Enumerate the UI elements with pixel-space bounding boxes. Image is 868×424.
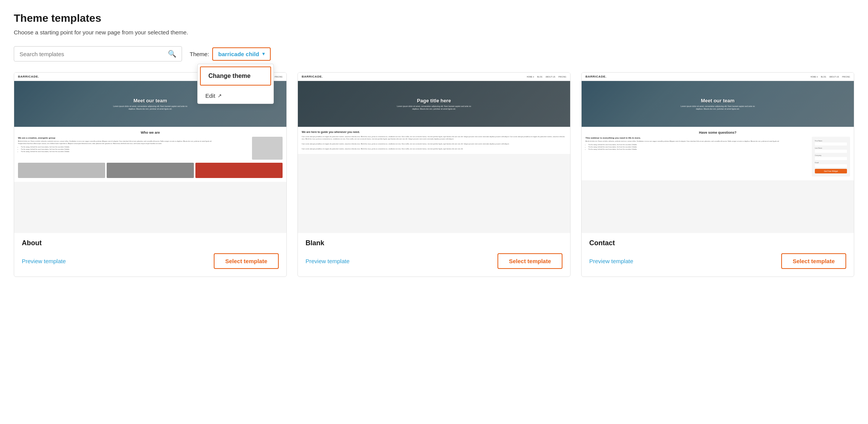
mini-blank-body: Cum sociis natoque penatibus et magnis d… [302, 136, 566, 150]
mini-contact-bullets: Far far away, behind the word mountains,… [585, 144, 809, 150]
template-actions-blank: Preview template Select template [298, 253, 570, 277]
template-name-blank: Blank [306, 239, 562, 247]
template-preview-contact: BARRICADE. HOME ▾BLOGABOUT USPRICING Mee… [582, 73, 854, 233]
mini-brand: BARRICADE. [18, 75, 39, 78]
mini-bullets: Far far away, behind the word mountains,… [18, 146, 249, 152]
mini-form-label-firstname: First Name [815, 140, 847, 142]
mini-text-block: We are a creative, energetic group Morbi… [18, 137, 249, 160]
select-template-contact-button[interactable]: Select template [781, 253, 846, 269]
template-info-blank: Blank [298, 233, 570, 247]
preview-template-blank-button[interactable]: Preview template [306, 258, 349, 264]
mini-contact-body: Morbi id dolor est. Donec at dolor vehic… [585, 140, 809, 142]
mini-blank-section-title: We are here to guide you whenever you ne… [302, 131, 566, 133]
mini-photo-2 [107, 163, 194, 178]
mini-form-submit: Get Free Widget [815, 169, 847, 173]
mini-content-contact: Have some questions? This webinar is eve… [582, 127, 854, 180]
theme-dropdown-button[interactable]: barricade child ▾ [212, 47, 271, 61]
mini-content-about: Who we are We are a creative, energetic … [14, 127, 286, 182]
template-name-contact: Contact [589, 239, 846, 247]
edit-label: Edit [205, 92, 215, 99]
mini-form-row-firstname [815, 142, 847, 146]
theme-selector: Theme: barricade child ▾ [190, 47, 271, 61]
mini-hero-blank: Page title here Lorem ipsum dolor sit am… [298, 81, 570, 127]
preview-template-contact-button[interactable]: Preview template [589, 258, 633, 264]
mini-form-label-lastname: Last Name [815, 147, 847, 149]
mini-form-row-email [815, 164, 847, 167]
edit-menu-item[interactable]: Edit ↗ [198, 88, 273, 104]
mini-contact-hero-text: Lorem ipsum dolor sit amet, consectetur … [679, 105, 756, 110]
mini-photo-3 [195, 163, 283, 178]
mini-contact-text: This webinar is everything you need in l… [585, 137, 809, 176]
mini-hero-title: Meet our team [133, 98, 167, 104]
mini-hero-text: Lorem ipsum dolor sit amet, consectetur … [112, 105, 189, 110]
mini-blank-hero-title: Page title here [417, 98, 451, 104]
mini-contact-hero-title: Meet our team [701, 98, 735, 104]
theme-label: Theme: [190, 51, 209, 57]
mini-image-placeholder [252, 137, 283, 160]
mini-section-title: Who we are [18, 131, 283, 134]
mini-subheading: We are a creative, energetic group [18, 137, 249, 139]
page-subtitle: Choose a starting point for your new pag… [14, 29, 854, 36]
search-input[interactable] [20, 51, 168, 57]
search-box: 🔍 [14, 46, 182, 61]
search-icon[interactable]: 🔍 [168, 50, 176, 58]
theme-value: barricade child [218, 51, 259, 57]
template-actions-about: Preview template Select template [14, 253, 286, 277]
template-name-about: About [22, 239, 279, 247]
select-template-blank-button[interactable]: Select template [497, 253, 562, 269]
theme-dropdown-menu: Change theme Edit ↗ [197, 64, 274, 104]
template-card-contact: BARRICADE. HOME ▾BLOGABOUT USPRICING Mee… [581, 72, 854, 277]
template-info-about: About [14, 233, 286, 247]
external-link-icon: ↗ [218, 93, 222, 99]
mini-form-label-company: Company [815, 154, 847, 156]
template-card-blank: BARRICADE. HOME ▾BLOGABOUT USPRICING Pag… [297, 72, 571, 277]
mini-hero-contact: Meet our team Lorem ipsum dolor sit amet… [582, 81, 854, 127]
mini-body-text-2: Suspendisse faucibus ullamcorper massa, … [18, 142, 249, 145]
mini-form-row-company [815, 157, 847, 160]
toolbar: 🔍 Theme: barricade child ▾ Change theme … [14, 46, 854, 61]
mini-brand-contact: BARRICADE. [585, 75, 606, 78]
preview-template-about-button[interactable]: Preview template [22, 258, 66, 264]
template-info-contact: Contact [582, 233, 854, 247]
select-template-about-button[interactable]: Select template [214, 253, 279, 269]
mini-contact-two-col: This webinar is everything you need in l… [585, 137, 850, 176]
mini-content-blank: We are here to guide you whenever you ne… [298, 127, 570, 154]
change-theme-menu-item[interactable]: Change theme [200, 66, 271, 86]
mini-form-row-lastname [815, 150, 847, 153]
page-title: Theme templates [14, 12, 854, 24]
mini-contact-form: First Name Last Name Company Email Get F… [812, 137, 850, 176]
mini-nav-links-blank: HOME ▾BLOGABOUT USPRICING [527, 76, 566, 78]
mini-photo-1 [18, 163, 105, 178]
mini-brand-blank: BARRICADE. [302, 75, 323, 78]
chevron-down-icon: ▾ [262, 51, 265, 57]
template-actions-contact: Preview template Select template [582, 253, 854, 277]
mini-form-label-email: Email [815, 162, 847, 163]
templates-grid: BARRICADE. HOME ▾BLOGABOUT USPRICING Mee… [14, 72, 854, 277]
mini-blank-hero-text: Lorem ipsum dolor sit amet, consectetur … [396, 105, 472, 110]
mini-two-col: We are a creative, energetic group Morbi… [18, 137, 283, 160]
mini-contact-subheading: This webinar is everything you need in l… [585, 137, 809, 139]
mini-contact-section-title: Have some questions? [585, 131, 850, 134]
template-preview-blank: BARRICADE. HOME ▾BLOGABOUT USPRICING Pag… [298, 73, 570, 233]
mini-nav-links-contact: HOME ▾BLOGABOUT USPRICING [810, 76, 850, 78]
mini-photos-row [18, 163, 283, 178]
